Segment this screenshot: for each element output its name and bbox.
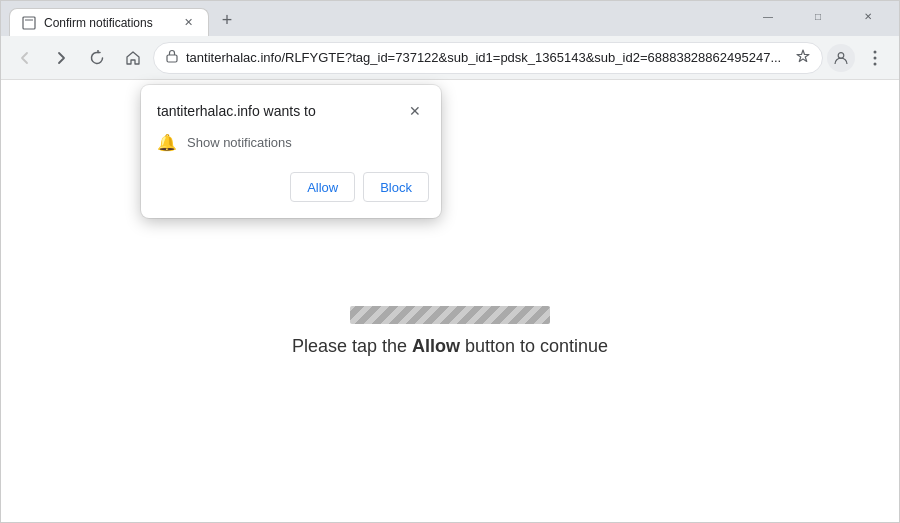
popup-title: tantiterhalac.info wants to [157, 103, 316, 119]
progress-area: Please tap the Allow button to continue [292, 306, 608, 357]
new-tab-button[interactable]: + [213, 6, 241, 34]
bell-icon: 🔔 [157, 133, 177, 152]
tab-title: Confirm notifications [44, 16, 172, 30]
tab-close-button[interactable]: ✕ [180, 15, 196, 31]
profile-button[interactable] [827, 44, 855, 72]
popup-close-button[interactable]: ✕ [405, 101, 425, 121]
tab-strip: Confirm notifications ✕ + [9, 1, 745, 36]
address-bar[interactable]: tantiterhalac.info/RLFYGTE?tag_id=737122… [153, 42, 823, 74]
svg-rect-2 [167, 55, 177, 62]
svg-point-4 [874, 50, 877, 53]
notification-popup: tantiterhalac.info wants to ✕ 🔔 Show not… [141, 85, 441, 218]
reload-button[interactable] [81, 42, 113, 74]
tab-favicon [22, 16, 36, 30]
svg-rect-0 [23, 17, 35, 29]
instruction-allow: Allow [412, 336, 460, 356]
home-button[interactable] [117, 42, 149, 74]
block-button[interactable]: Block [363, 172, 429, 202]
lock-icon [166, 49, 178, 66]
svg-point-6 [874, 62, 877, 65]
toolbar: tantiterhalac.info/RLFYGTE?tag_id=737122… [1, 36, 899, 80]
more-menu-button[interactable] [859, 42, 891, 74]
instruction-prefix: Please tap the [292, 336, 412, 356]
progress-bar [350, 306, 550, 324]
title-bar: Confirm notifications ✕ + — □ ✕ [1, 1, 899, 36]
url-text: tantiterhalac.info/RLFYGTE?tag_id=737122… [186, 50, 788, 65]
window-controls: — □ ✕ [745, 2, 891, 36]
back-button[interactable] [9, 42, 41, 74]
allow-button[interactable]: Allow [290, 172, 355, 202]
forward-button[interactable] [45, 42, 77, 74]
svg-point-5 [874, 56, 877, 59]
popup-header: tantiterhalac.info wants to ✕ [141, 85, 441, 129]
popup-notification-row: 🔔 Show notifications [141, 129, 441, 168]
active-tab[interactable]: Confirm notifications ✕ [9, 8, 209, 36]
instruction-text: Please tap the Allow button to continue [292, 336, 608, 357]
minimize-button[interactable]: — [745, 2, 791, 30]
popup-buttons: Allow Block [141, 168, 441, 218]
close-button[interactable]: ✕ [845, 2, 891, 30]
browser-window: Confirm notifications ✕ + — □ ✕ [0, 0, 900, 523]
notification-label: Show notifications [187, 135, 292, 150]
maximize-button[interactable]: □ [795, 2, 841, 30]
bookmark-icon[interactable] [796, 49, 810, 66]
page-content: tantiterhalac.info wants to ✕ 🔔 Show not… [1, 80, 899, 522]
instruction-suffix: button to continue [460, 336, 608, 356]
